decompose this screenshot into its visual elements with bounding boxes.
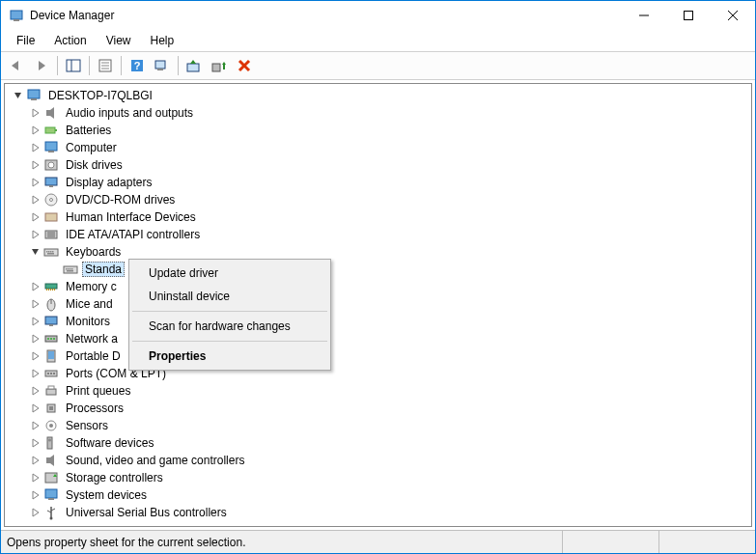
svg-point-62 — [47, 338, 49, 340]
minimize-button[interactable] — [622, 1, 666, 30]
expand-icon[interactable] — [30, 402, 42, 414]
svg-rect-17 — [212, 64, 220, 71]
expand-icon[interactable] — [30, 507, 42, 518]
expand-icon[interactable] — [30, 211, 42, 223]
context-menu-item[interactable]: Scan for hardware changes — [131, 315, 328, 338]
svg-rect-66 — [48, 351, 54, 359]
tree-device[interactable]: Standa — [7, 261, 749, 278]
update-driver-button[interactable] — [182, 54, 206, 77]
tree-category[interactable]: Ports (COM & LPT) — [7, 365, 749, 382]
expand-icon[interactable] — [30, 281, 42, 292]
tree-category[interactable]: Sound, video and game controllers — [7, 452, 749, 469]
tree-category[interactable]: Keyboards — [7, 243, 749, 261]
content-area: DESKTOP-I7QLBGIAudio inputs and outputsB… — [4, 83, 752, 527]
expand-icon[interactable] — [30, 437, 42, 449]
expand-icon[interactable] — [30, 350, 42, 362]
tree-category[interactable]: Memory c — [7, 278, 749, 295]
tree-category[interactable]: Network a — [7, 330, 749, 347]
expand-icon[interactable] — [30, 420, 42, 431]
node-label: Mice and — [63, 297, 116, 311]
expand-icon[interactable] — [30, 107, 42, 119]
close-button[interactable] — [711, 1, 755, 30]
node-label: System devices — [63, 488, 150, 502]
expand-icon[interactable] — [30, 142, 42, 153]
expand-icon[interactable] — [30, 455, 42, 466]
svg-rect-24 — [45, 127, 55, 133]
tree-category[interactable]: Monitors — [7, 313, 749, 330]
monitor-icon — [43, 314, 59, 329]
tree-category[interactable]: Computer — [7, 139, 749, 156]
tree-category[interactable]: Storage controllers — [7, 469, 749, 486]
context-menu-separator — [132, 341, 327, 342]
svg-rect-74 — [49, 406, 53, 410]
expand-icon[interactable] — [30, 229, 42, 240]
sensor-icon — [43, 418, 59, 433]
expand-spacer — [49, 263, 61, 275]
node-label: Processors — [63, 402, 126, 415]
keyboard-icon — [43, 244, 59, 260]
help-button[interactable]: ? — [126, 54, 149, 77]
uninstall-device-button[interactable] — [233, 54, 256, 77]
tree-category[interactable]: Sensors — [7, 417, 749, 434]
context-menu-item[interactable]: Uninstall device — [131, 285, 328, 308]
expand-icon[interactable] — [30, 159, 42, 171]
tree-category[interactable]: Audio inputs and outputs — [7, 104, 749, 122]
expand-icon[interactable] — [30, 125, 42, 136]
scan-hardware-button[interactable] — [151, 54, 174, 77]
back-button[interactable] — [5, 54, 28, 77]
expand-icon[interactable] — [30, 368, 42, 379]
menu-help[interactable]: Help — [141, 32, 184, 49]
menu-action[interactable]: Action — [44, 32, 96, 49]
tree-category[interactable]: Software devices — [7, 434, 749, 452]
tree-category[interactable]: Disk drives — [7, 156, 749, 174]
tree-category[interactable]: Print queues — [7, 382, 749, 400]
context-menu-item[interactable]: Update driver — [131, 262, 328, 285]
node-label: Human Interface Devices — [63, 210, 199, 224]
node-label: Batteries — [63, 124, 114, 137]
context-menu-item[interactable]: Properties — [131, 345, 328, 368]
expand-icon[interactable] — [30, 316, 42, 327]
svg-point-68 — [47, 373, 49, 374]
expand-icon[interactable] — [13, 90, 24, 101]
svg-point-33 — [50, 199, 53, 202]
tree-category[interactable]: Human Interface Devices — [7, 208, 749, 226]
expand-icon[interactable] — [30, 333, 42, 345]
expand-icon[interactable] — [30, 177, 42, 188]
memory-icon — [43, 279, 59, 294]
menu-file[interactable]: File — [7, 32, 44, 49]
keyboard-icon — [63, 262, 78, 277]
tree-category[interactable]: Display adapters — [7, 174, 749, 191]
expand-icon[interactable] — [30, 385, 42, 397]
node-label: DESKTOP-I7QLBGI — [45, 89, 155, 102]
expand-icon[interactable] — [30, 246, 42, 258]
tree-category[interactable]: Mice and — [7, 295, 749, 313]
forward-button[interactable] — [30, 54, 53, 77]
tree-category[interactable]: DVD/CD-ROM drives — [7, 191, 749, 208]
properties-button[interactable] — [94, 54, 117, 77]
maximize-button[interactable] — [666, 1, 711, 30]
expand-icon[interactable] — [30, 472, 42, 484]
add-legacy-hardware-button[interactable] — [208, 54, 231, 77]
tree-root[interactable]: DESKTOP-I7QLBGI — [7, 87, 749, 104]
svg-rect-44 — [47, 253, 54, 255]
show-hide-console-tree-button[interactable] — [62, 54, 85, 77]
tree-category[interactable]: Batteries — [7, 122, 749, 139]
expand-icon[interactable] — [30, 489, 42, 501]
tree-category[interactable]: Portable D — [7, 347, 749, 365]
tree-category[interactable]: IDE ATA/ATAPI controllers — [7, 226, 749, 243]
node-label: Standa — [82, 262, 125, 277]
node-label: Software devices — [63, 436, 156, 450]
expand-icon[interactable] — [30, 298, 42, 310]
tree-category[interactable]: Universal Serial Bus controllers — [7, 504, 749, 521]
node-label: Memory c — [63, 280, 120, 293]
tree-category[interactable]: System devices — [7, 486, 749, 504]
window-controls — [622, 1, 755, 30]
svg-rect-50 — [67, 270, 73, 272]
separator — [57, 56, 58, 75]
device-tree[interactable]: DESKTOP-I7QLBGIAudio inputs and outputsB… — [5, 84, 751, 526]
speaker-icon — [43, 105, 59, 121]
expand-icon[interactable] — [30, 194, 42, 206]
tree-category[interactable]: Processors — [7, 400, 749, 417]
svg-rect-0 — [11, 11, 22, 19]
menu-view[interactable]: View — [97, 32, 141, 49]
